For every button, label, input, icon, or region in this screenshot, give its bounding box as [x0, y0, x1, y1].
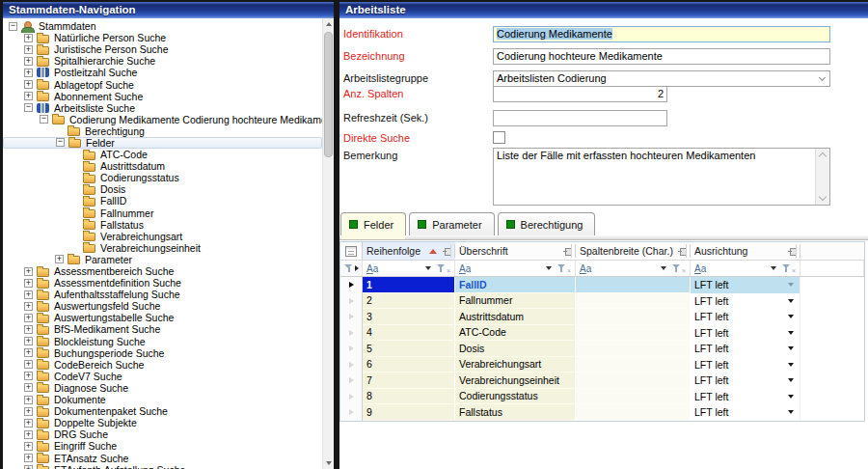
tree-scrollbar[interactable]	[322, 18, 334, 469]
filter-cell-reihenfolge[interactable]: Aa×	[363, 261, 455, 276]
tree-expander-icon[interactable]	[24, 80, 33, 89]
tree-item[interactable]: Austrittsdatum	[3, 160, 322, 172]
row-indicator-cell[interactable]	[340, 293, 363, 310]
arbeitslistegruppe-select[interactable]: Arbeitslisten Codierung	[493, 70, 830, 87]
tree-item[interactable]: Auswertungstabelle Suche	[3, 312, 322, 323]
tree-expander-icon[interactable]	[24, 360, 33, 369]
cell-dropdown-icon[interactable]	[788, 346, 794, 350]
cell-ausrichtung[interactable]: LFT left	[691, 325, 800, 342]
cell-ausrichtung[interactable]: LFT left	[691, 389, 800, 405]
tree-item[interactable]: Aufenthaltsstaffelung Suche	[3, 289, 322, 300]
filter-dropdown-icon[interactable]	[425, 266, 431, 270]
grid-row[interactable]: 4 ATC-Code LFT left	[340, 325, 864, 342]
tree-expander-icon[interactable]	[55, 255, 64, 263]
tree-expander-icon[interactable]	[24, 430, 33, 439]
tree-expander-icon[interactable]	[24, 69, 33, 77]
tree-item[interactable]: Doppelte Subjekte	[3, 417, 322, 428]
cell-ueberschrift[interactable]: ATC-Code	[455, 325, 576, 342]
tree-expander-icon[interactable]	[24, 465, 33, 469]
row-indicator-cell[interactable]	[340, 341, 363, 357]
tree-expander-icon[interactable]	[24, 302, 33, 311]
tree-item[interactable]: Natürliche Person Suche	[3, 32, 322, 43]
cell-ausrichtung[interactable]: LFT left	[691, 309, 800, 325]
refreshzeit-input[interactable]	[493, 110, 667, 126]
cell-ausrichtung[interactable]: LFT left	[691, 341, 800, 357]
tree-expander-icon[interactable]	[24, 314, 33, 322]
grid-row[interactable]: 9 Fallstatus LFT left	[340, 404, 864, 421]
filter-clear-icon[interactable]	[782, 264, 791, 273]
cell-spaltenbreite[interactable]	[576, 341, 691, 357]
cell-ueberschrift[interactable]: Codierungsstatus	[455, 389, 576, 405]
tree-item[interactable]: Arbeitsliste Suche	[3, 102, 322, 114]
column-header-ueberschrift[interactable]: Überschrift	[455, 242, 576, 260]
cell-dropdown-icon[interactable]	[788, 363, 794, 367]
cell-ueberschrift[interactable]: Dosis	[455, 341, 576, 357]
tree-item[interactable]: BfS-Medikament Suche	[3, 323, 322, 335]
tree-item[interactable]: FallID	[3, 195, 322, 207]
cell-reihenfolge[interactable]: 4	[363, 325, 455, 342]
tree-item[interactable]: Buchungsperiode Suche	[3, 347, 322, 359]
tree-item[interactable]: Codierung Medikamente Codierung hochteur…	[3, 114, 322, 125]
tree-item[interactable]: ETAufenth.Aufstellung Suche	[3, 464, 322, 469]
grid-row[interactable]: 2 Fallnummer LFT left	[340, 293, 864, 310]
cell-reihenfolge[interactable]: 6	[363, 357, 455, 373]
cell-dropdown-icon[interactable]	[788, 378, 794, 382]
pin-icon[interactable]	[678, 248, 687, 255]
cell-ueberschrift[interactable]: Fallnummer	[455, 293, 576, 310]
cell-spaltenbreite[interactable]	[576, 357, 691, 373]
cell-spaltenbreite[interactable]	[576, 389, 691, 405]
identifikation-input[interactable]: Codierung Medikamente	[493, 26, 830, 42]
bezeichnung-input[interactable]: Codierung hochteure Medikamente	[493, 48, 830, 65]
tree-item[interactable]: Stammdaten	[3, 20, 322, 32]
cell-spaltenbreite[interactable]	[576, 372, 691, 389]
tree-item[interactable]: Assessmentdefinition Suche	[3, 277, 322, 289]
cell-reihenfolge[interactable]: 1	[363, 277, 455, 293]
tree-item[interactable]: Verabreichungseinheit	[3, 242, 322, 254]
tree-item[interactable]: Fallnummer	[3, 207, 322, 219]
cell-ausrichtung[interactable]: LFT left	[691, 404, 800, 421]
tree-expander-icon[interactable]	[24, 442, 33, 451]
tree-item[interactable]: Assessmentbereich Suche	[3, 265, 322, 277]
filter-selector-cell[interactable]	[340, 261, 363, 276]
anz-spalten-input[interactable]: 2	[493, 86, 667, 102]
row-indicator-cell[interactable]	[340, 404, 363, 421]
cell-ausrichtung[interactable]: LFT left	[691, 293, 800, 310]
cell-ueberschrift[interactable]: Austrittsdatum	[455, 309, 576, 325]
row-indicator-cell[interactable]	[340, 357, 363, 373]
tree-item[interactable]: Postleitzahl Suche	[3, 67, 322, 78]
tree-expander-icon[interactable]	[56, 138, 65, 147]
tree-expander-icon[interactable]	[24, 92, 33, 100]
cell-ausrichtung[interactable]: LFT left	[691, 372, 800, 389]
cell-dropdown-icon[interactable]	[788, 299, 794, 303]
scroll-up-button[interactable]	[323, 18, 334, 30]
filter-clear-icon[interactable]	[437, 264, 446, 273]
cell-ueberschrift[interactable]: Verabreichungseinheit	[455, 372, 576, 389]
tree-item[interactable]: Juristische Person Suche	[3, 43, 322, 55]
tree-item[interactable]: Parameter	[3, 254, 322, 265]
column-header-spaltenbreite[interactable]: Spaltenbreite (Char.)	[576, 242, 691, 260]
filter-clear-icon[interactable]	[672, 264, 681, 273]
bemerkung-scrollbar[interactable]	[815, 149, 829, 205]
tree-item[interactable]: DRG Suche	[3, 428, 322, 440]
tab-berechtigung[interactable]: Berechtigung	[498, 212, 596, 235]
tree-item[interactable]: Berechtigung	[3, 125, 322, 137]
tree-item[interactable]: ETAnsatz Suche	[3, 452, 322, 463]
tree-expander-icon[interactable]	[24, 57, 33, 66]
tree-item[interactable]: Codierungsstatus	[3, 172, 322, 183]
tree-item[interactable]: ATC-Code	[3, 149, 322, 160]
tree-expander-icon[interactable]	[40, 115, 48, 124]
tab-parameter[interactable]: Parameter	[409, 212, 494, 235]
tree-item[interactable]: Felder	[3, 137, 322, 149]
grid-row[interactable]: 8 Codierungsstatus LFT left	[340, 389, 864, 405]
filter-cell-ueberschrift[interactable]: Aa×	[455, 261, 576, 276]
filter-dropdown-icon[interactable]	[546, 266, 552, 270]
tree-item[interactable]: CodeV7 Suche	[3, 371, 322, 382]
tree-expander-icon[interactable]	[24, 419, 33, 428]
pin-icon[interactable]	[788, 248, 797, 255]
tree-item[interactable]: Dokumentenpaket Suche	[3, 405, 322, 417]
tree-item[interactable]: Ablagetopf Suche	[3, 78, 322, 90]
cell-reihenfolge[interactable]: 2	[363, 293, 455, 310]
cell-reihenfolge[interactable]: 7	[363, 372, 455, 389]
tree-expander-icon[interactable]	[24, 407, 33, 416]
cell-ausrichtung[interactable]: LFT left	[691, 357, 800, 373]
